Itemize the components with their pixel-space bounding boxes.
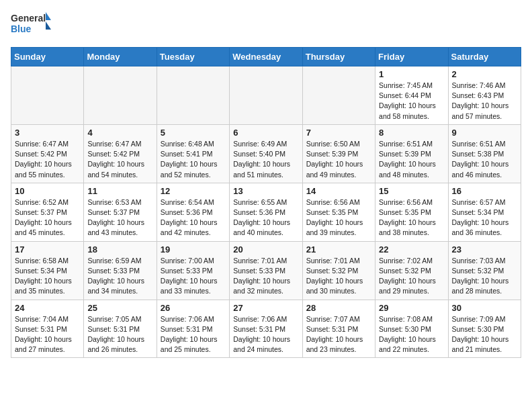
calendar-cell: 19Sunrise: 7:00 AMSunset: 5:33 PMDayligh… bbox=[157, 241, 229, 300]
calendar-cell: 26Sunrise: 7:06 AMSunset: 5:31 PMDayligh… bbox=[157, 300, 229, 358]
calendar-cell: 24Sunrise: 7:04 AMSunset: 5:31 PMDayligh… bbox=[11, 300, 84, 358]
day-number: 28 bbox=[306, 303, 371, 313]
day-info: Sunrise: 6:47 AMSunset: 5:42 PMDaylight:… bbox=[15, 139, 80, 180]
day-number: 2 bbox=[452, 69, 517, 79]
calendar-cell: 8Sunrise: 6:51 AMSunset: 5:39 PMDaylight… bbox=[375, 124, 448, 183]
calendar-cell: 11Sunrise: 6:53 AMSunset: 5:37 PMDayligh… bbox=[84, 183, 157, 241]
day-info: Sunrise: 6:54 AMSunset: 5:36 PMDaylight:… bbox=[161, 197, 226, 238]
day-info: Sunrise: 6:47 AMSunset: 5:42 PMDaylight:… bbox=[87, 139, 152, 180]
day-info: Sunrise: 6:59 AMSunset: 5:33 PMDaylight:… bbox=[87, 256, 152, 297]
calendar-cell: 7Sunrise: 6:50 AMSunset: 5:39 PMDaylight… bbox=[302, 124, 375, 183]
calendar-week-row: 24Sunrise: 7:04 AMSunset: 5:31 PMDayligh… bbox=[11, 300, 521, 358]
day-info: Sunrise: 7:01 AMSunset: 5:33 PMDaylight:… bbox=[233, 256, 298, 297]
calendar-cell: 17Sunrise: 6:58 AMSunset: 5:34 PMDayligh… bbox=[11, 241, 84, 300]
weekday-header-friday: Friday bbox=[375, 48, 448, 66]
day-number: 3 bbox=[15, 128, 80, 138]
weekday-header-tuesday: Tuesday bbox=[157, 48, 229, 66]
day-info: Sunrise: 6:53 AMSunset: 5:37 PMDaylight:… bbox=[87, 197, 152, 238]
calendar-cell: 4Sunrise: 6:47 AMSunset: 5:42 PMDaylight… bbox=[84, 124, 157, 183]
day-number: 1 bbox=[379, 69, 444, 79]
day-info: Sunrise: 7:08 AMSunset: 5:30 PMDaylight:… bbox=[379, 314, 444, 355]
day-number: 30 bbox=[452, 303, 517, 313]
day-number: 29 bbox=[379, 303, 444, 313]
logo: General Blue bbox=[11, 11, 51, 39]
calendar-cell: 1Sunrise: 7:45 AMSunset: 6:44 PMDaylight… bbox=[375, 66, 448, 125]
calendar-cell: 22Sunrise: 7:02 AMSunset: 5:32 PMDayligh… bbox=[375, 241, 448, 300]
day-number: 16 bbox=[452, 186, 517, 196]
calendar-cell: 23Sunrise: 7:03 AMSunset: 5:32 PMDayligh… bbox=[448, 241, 521, 300]
logo-svg: General Blue bbox=[11, 11, 51, 39]
day-info: Sunrise: 6:51 AMSunset: 5:39 PMDaylight:… bbox=[379, 139, 444, 180]
calendar-week-row: 17Sunrise: 6:58 AMSunset: 5:34 PMDayligh… bbox=[11, 241, 521, 300]
svg-text:General: General bbox=[11, 13, 46, 24]
day-info: Sunrise: 6:50 AMSunset: 5:39 PMDaylight:… bbox=[306, 139, 371, 180]
calendar-cell bbox=[157, 66, 229, 125]
calendar-cell: 20Sunrise: 7:01 AMSunset: 5:33 PMDayligh… bbox=[230, 241, 302, 300]
day-info: Sunrise: 7:04 AMSunset: 5:31 PMDaylight:… bbox=[15, 314, 80, 355]
day-number: 27 bbox=[233, 303, 298, 313]
svg-marker-2 bbox=[46, 12, 51, 20]
calendar-cell: 10Sunrise: 6:52 AMSunset: 5:37 PMDayligh… bbox=[11, 183, 84, 241]
weekday-header-row: SundayMondayTuesdayWednesdayThursdayFrid… bbox=[11, 48, 521, 66]
calendar-cell: 14Sunrise: 6:56 AMSunset: 5:35 PMDayligh… bbox=[302, 183, 375, 241]
calendar-cell: 16Sunrise: 6:57 AMSunset: 5:34 PMDayligh… bbox=[448, 183, 521, 241]
calendar-week-row: 10Sunrise: 6:52 AMSunset: 5:37 PMDayligh… bbox=[11, 183, 521, 241]
day-number: 4 bbox=[87, 128, 152, 138]
day-number: 15 bbox=[379, 186, 444, 196]
day-number: 10 bbox=[15, 186, 80, 196]
day-number: 14 bbox=[306, 186, 371, 196]
calendar-cell: 18Sunrise: 6:59 AMSunset: 5:33 PMDayligh… bbox=[84, 241, 157, 300]
day-number: 11 bbox=[87, 186, 152, 196]
calendar-cell: 13Sunrise: 6:55 AMSunset: 5:36 PMDayligh… bbox=[230, 183, 302, 241]
day-number: 6 bbox=[233, 128, 298, 138]
weekday-header-saturday: Saturday bbox=[448, 48, 521, 66]
day-info: Sunrise: 6:51 AMSunset: 5:38 PMDaylight:… bbox=[452, 139, 517, 180]
day-number: 9 bbox=[452, 128, 517, 138]
calendar-cell bbox=[302, 66, 375, 125]
calendar-cell bbox=[84, 66, 157, 125]
calendar-cell bbox=[11, 66, 84, 125]
day-info: Sunrise: 7:03 AMSunset: 5:32 PMDaylight:… bbox=[452, 256, 517, 297]
page-header: General Blue bbox=[11, 11, 521, 39]
day-info: Sunrise: 6:52 AMSunset: 5:37 PMDaylight:… bbox=[15, 197, 80, 238]
calendar-cell: 9Sunrise: 6:51 AMSunset: 5:38 PMDaylight… bbox=[448, 124, 521, 183]
day-info: Sunrise: 6:58 AMSunset: 5:34 PMDaylight:… bbox=[15, 256, 80, 297]
calendar-week-row: 3Sunrise: 6:47 AMSunset: 5:42 PMDaylight… bbox=[11, 124, 521, 183]
calendar-cell: 6Sunrise: 6:49 AMSunset: 5:40 PMDaylight… bbox=[230, 124, 302, 183]
day-number: 5 bbox=[161, 128, 226, 138]
day-info: Sunrise: 6:48 AMSunset: 5:41 PMDaylight:… bbox=[161, 139, 226, 180]
day-info: Sunrise: 7:46 AMSunset: 6:43 PMDaylight:… bbox=[452, 81, 517, 122]
calendar-cell: 30Sunrise: 7:09 AMSunset: 5:30 PMDayligh… bbox=[448, 300, 521, 358]
weekday-header-thursday: Thursday bbox=[302, 48, 375, 66]
day-info: Sunrise: 6:56 AMSunset: 5:35 PMDaylight:… bbox=[379, 197, 444, 238]
day-number: 21 bbox=[306, 244, 371, 255]
day-info: Sunrise: 7:06 AMSunset: 5:31 PMDaylight:… bbox=[161, 314, 226, 355]
calendar-cell: 2Sunrise: 7:46 AMSunset: 6:43 PMDaylight… bbox=[448, 66, 521, 125]
day-number: 24 bbox=[15, 303, 80, 313]
calendar-cell: 5Sunrise: 6:48 AMSunset: 5:41 PMDaylight… bbox=[157, 124, 229, 183]
calendar-cell: 29Sunrise: 7:08 AMSunset: 5:30 PMDayligh… bbox=[375, 300, 448, 358]
weekday-header-monday: Monday bbox=[84, 48, 157, 66]
day-number: 7 bbox=[306, 128, 371, 138]
day-info: Sunrise: 7:45 AMSunset: 6:44 PMDaylight:… bbox=[379, 81, 444, 122]
day-number: 23 bbox=[452, 244, 517, 255]
calendar-cell: 21Sunrise: 7:01 AMSunset: 5:32 PMDayligh… bbox=[302, 241, 375, 300]
day-info: Sunrise: 7:07 AMSunset: 5:31 PMDaylight:… bbox=[306, 314, 371, 355]
calendar-cell: 27Sunrise: 7:06 AMSunset: 5:31 PMDayligh… bbox=[230, 300, 302, 358]
day-number: 12 bbox=[161, 186, 226, 196]
day-info: Sunrise: 7:09 AMSunset: 5:30 PMDaylight:… bbox=[452, 314, 517, 355]
day-info: Sunrise: 7:05 AMSunset: 5:31 PMDaylight:… bbox=[87, 314, 152, 355]
day-number: 17 bbox=[15, 244, 80, 255]
day-info: Sunrise: 7:06 AMSunset: 5:31 PMDaylight:… bbox=[233, 314, 298, 355]
day-info: Sunrise: 7:00 AMSunset: 5:33 PMDaylight:… bbox=[161, 256, 226, 297]
day-info: Sunrise: 6:49 AMSunset: 5:40 PMDaylight:… bbox=[233, 139, 298, 180]
weekday-header-wednesday: Wednesday bbox=[230, 48, 302, 66]
day-info: Sunrise: 6:56 AMSunset: 5:35 PMDaylight:… bbox=[306, 197, 371, 238]
day-info: Sunrise: 6:55 AMSunset: 5:36 PMDaylight:… bbox=[233, 197, 298, 238]
calendar-table: SundayMondayTuesdayWednesdayThursdayFrid… bbox=[11, 47, 521, 358]
svg-text:Blue: Blue bbox=[11, 24, 32, 34]
calendar-cell: 28Sunrise: 7:07 AMSunset: 5:31 PMDayligh… bbox=[302, 300, 375, 358]
svg-marker-3 bbox=[46, 21, 51, 30]
day-number: 20 bbox=[233, 244, 298, 255]
calendar-cell: 3Sunrise: 6:47 AMSunset: 5:42 PMDaylight… bbox=[11, 124, 84, 183]
